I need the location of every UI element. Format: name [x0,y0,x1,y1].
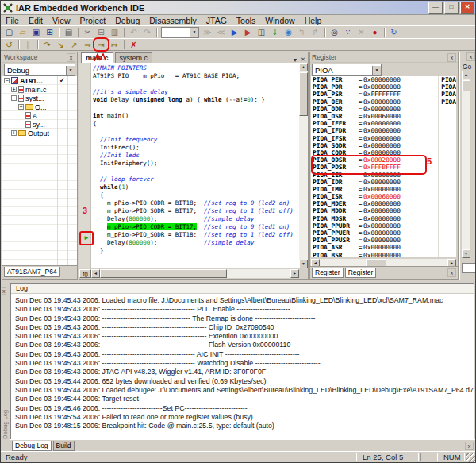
expand-icon[interactable]: + [11,87,17,92]
scroll-up-icon[interactable]: ▲ [462,71,470,79]
expand-icon[interactable]: + [11,130,17,136]
step-over-icon[interactable]: ↷ [40,39,54,50]
configuration-selector[interactable]: Debug ▼ [4,64,75,76]
toggle-bookmark-icon[interactable]: ▶ [241,27,255,38]
scroll-thumb[interactable] [100,269,227,278]
chevron-down-icon[interactable]: ▼ [190,28,198,37]
print-icon[interactable]: ▤ [62,27,75,38]
run-to-cursor-icon[interactable]: ⇥ [94,39,108,50]
step-out-icon[interactable]: ↗ [67,39,81,50]
register-row-pioa-bsr[interactable]: PIOA_BSR=0x00000000 [311,252,456,258]
register-row-pioa-ppudr[interactable]: PIOA_PPUDR=0x00000000 [311,222,456,230]
log-close-icon[interactable]: x [2,287,6,295]
go-icon[interactable]: ↦ [108,39,121,50]
menu-edit[interactable]: Edit [24,16,48,25]
scroll-thumb[interactable] [462,80,470,91]
log-dock-strip[interactable]: x Debug Log [2,282,10,441]
tab-register-1[interactable]: Register [312,268,344,278]
menu-disassembly[interactable]: Disassembly [144,16,202,25]
maximize-button[interactable]: □ [444,2,459,14]
next-statement-icon[interactable]: ⇒ [81,39,94,50]
chevron-down-icon[interactable]: ▼ [372,66,381,75]
expand-icon[interactable]: + [18,104,24,110]
scroll-left-icon[interactable]: ◄ [91,269,100,278]
nav-forward-icon[interactable]: ↱ [309,27,322,38]
menu-help[interactable]: Help [300,16,327,25]
find-combobox[interactable]: ▼ [161,27,199,38]
register-row-pioa-oer[interactable]: PIOA_OER=0x00000000PIOA [311,98,456,106]
new-file-icon[interactable]: ▢ [2,27,16,38]
scroll-up-icon[interactable]: ▲ [299,63,308,71]
resize-grip[interactable] [466,453,476,462]
tree-item-syst[interactable]: −syst... [2,94,77,102]
register-row-pioa-ifdr[interactable]: PIOA_IFDR=0x00000000 [311,127,456,134]
cut-icon[interactable]: ✂ [81,27,94,38]
tree-item-sy[interactable]: sy... [2,120,77,129]
find-in-files-icon[interactable]: ◎ [328,27,341,38]
side-panel-scrollbar[interactable]: ▲ ▼ [462,71,470,258]
register-group-selector[interactable]: PIOA ▼ [312,64,382,76]
paste-icon[interactable]: ▥ [108,27,121,38]
register-row-pioa-mder[interactable]: PIOA_MDER=0x00000000 [311,200,456,207]
nav-back-icon[interactable]: ↰ [295,27,309,38]
menu-file[interactable]: File [1,16,24,25]
debug-icon[interactable]: ◉ [282,27,295,38]
undo-icon[interactable]: ↶ [127,27,140,38]
menu-jtag[interactable]: JTAG [202,16,232,25]
register-row-pioa-imr[interactable]: PIOA_IMR=0x00000000 [311,186,456,193]
redo-icon[interactable]: ↷ [140,27,154,38]
register-row-pioa-per[interactable]: PIOA_PER=0x00000000PIOA [311,76,456,83]
title-bar[interactable]: IAR Embedded Workbench IDE — □ ✕ [1,1,476,15]
scroll-track[interactable] [100,269,290,278]
close-button[interactable]: ✕ [460,2,474,14]
collapse-icon[interactable]: − [11,95,17,101]
workspace-title-bar[interactable]: Workspace x [2,52,77,63]
scroll-thumb[interactable] [299,72,308,116]
register-row-pioa-ifsr[interactable]: PIOA_IFSR=0x00000000 [311,135,456,142]
minimize-button[interactable]: — [428,2,443,14]
tree-item-a[interactable]: A... [2,111,77,120]
register-row-pioa-pdr[interactable]: PIOA_PDR=0x00000000PIOA [311,83,456,91]
tab-list-icon[interactable]: ▼ [291,57,299,63]
tab-system-c[interactable]: system.c [115,52,153,63]
tree-item-output[interactable]: +Output [2,129,77,137]
menu-tools[interactable]: Tools [232,16,261,25]
reset-icon[interactable]: ↺ [2,39,16,50]
register-row-pioa-ppuer[interactable]: PIOA_PPUER=0x00000000 [311,230,456,237]
chevron-down-icon[interactable]: ▼ [66,66,75,75]
code-area[interactable]: //MAIN POINTERSAT91PS_PIO m_pPio = AT91C… [79,63,299,268]
project-tab[interactable]: AT91SAM7_P64 [4,267,60,277]
scroll-down-icon[interactable]: ▼ [462,249,470,258]
editor-horizontal-scrollbar[interactable]: f() ◄ ► [79,268,299,279]
register-row-pioa-ifer[interactable]: PIOA_IFER=0x00000000 [311,120,456,127]
find-next-icon[interactable]: ≫ [201,27,214,38]
source-browser-icon[interactable]: ∵ [341,27,355,38]
register-row-pioa-idr[interactable]: PIOA_IDR=0x00000000 [311,179,456,186]
menu-window[interactable]: Window [260,16,299,25]
register-row-pioa-ppusr[interactable]: PIOA_PPUSR=0x00000000 [311,237,456,244]
tab-register-2[interactable]: Register [345,268,377,278]
menu-view[interactable]: View [48,16,75,25]
editor-vertical-scrollbar[interactable]: ▲ ▼ [299,63,308,268]
stop-build-icon[interactable]: ✕ [355,27,368,38]
register-row-pioa-mdsr[interactable]: PIOA_MDSR=0x00000000 [311,215,456,222]
side-panel-title-bar[interactable]: x [460,52,476,61]
function-list-button[interactable]: f() [79,269,91,278]
register-row-pioa-isr[interactable]: PIOA_ISR=0x00060000 [311,193,456,200]
tree-item-o[interactable]: +O... [2,102,77,111]
tab-debug-log[interactable]: Debug Log [12,441,52,451]
download-icon[interactable]: ⇓ [268,27,282,38]
register-close-icon[interactable]: x [447,53,456,62]
break-icon[interactable]: ∥ [21,39,35,50]
side-panel-close-icon[interactable]: x [466,52,475,61]
workspace-close-icon[interactable]: x [67,53,75,62]
collapse-icon[interactable]: − [4,78,10,83]
register-title-bar[interactable]: Register x [310,52,458,63]
scroll-down-icon[interactable]: ▼ [299,260,308,268]
step-into-icon[interactable]: ↘ [54,39,67,50]
register-row-pioa-odr[interactable]: PIOA_ODR=0x00000000 [311,106,456,113]
close-document-icon[interactable]: ✕ [299,56,307,63]
register-row-pioa-osr[interactable]: PIOA_OSR=0x00060000 [311,113,456,120]
scroll-right-icon[interactable]: ► [290,269,299,278]
save-icon[interactable]: ▣ [29,27,43,38]
